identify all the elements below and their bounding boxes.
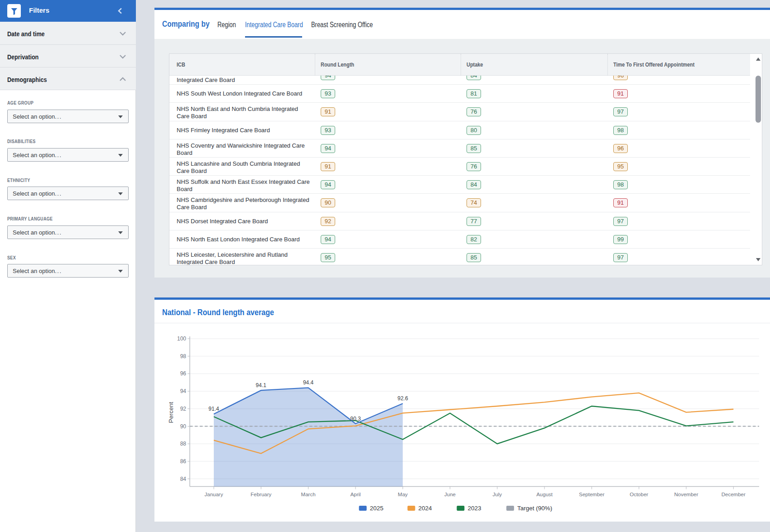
svg-text:April: April xyxy=(350,492,361,497)
svg-text:92: 92 xyxy=(180,406,187,412)
svg-text:94.4: 94.4 xyxy=(303,379,314,386)
svg-text:98: 98 xyxy=(180,353,187,359)
svg-text:90: 90 xyxy=(180,423,187,430)
svg-text:October: October xyxy=(630,492,648,497)
svg-text:September: September xyxy=(579,492,604,497)
svg-text:February: February xyxy=(250,492,271,497)
svg-text:94: 94 xyxy=(180,388,187,394)
svg-text:100: 100 xyxy=(177,335,186,342)
svg-text:84: 84 xyxy=(180,476,187,482)
svg-text:92.6: 92.6 xyxy=(398,395,409,402)
svg-text:94.1: 94.1 xyxy=(256,382,267,388)
svg-text:November: November xyxy=(674,492,698,497)
svg-text:90.3: 90.3 xyxy=(350,416,361,422)
svg-text:2025: 2025 xyxy=(370,505,384,512)
svg-text:2023: 2023 xyxy=(467,505,481,512)
svg-text:May: May xyxy=(398,492,408,497)
svg-text:86: 86 xyxy=(180,458,187,465)
svg-text:96: 96 xyxy=(180,370,187,377)
svg-text:January: January xyxy=(205,492,223,497)
svg-text:91.4: 91.4 xyxy=(208,406,219,412)
svg-text:Target (90%): Target (90%) xyxy=(517,505,552,512)
svg-text:December: December xyxy=(722,492,746,497)
svg-text:2024: 2024 xyxy=(419,505,433,512)
svg-text:Percent: Percent xyxy=(168,402,174,423)
svg-text:88: 88 xyxy=(180,441,187,447)
svg-text:June: June xyxy=(444,492,456,497)
svg-text:July: July xyxy=(493,492,502,497)
svg-text:March: March xyxy=(301,492,316,497)
svg-text:August: August xyxy=(536,492,553,497)
